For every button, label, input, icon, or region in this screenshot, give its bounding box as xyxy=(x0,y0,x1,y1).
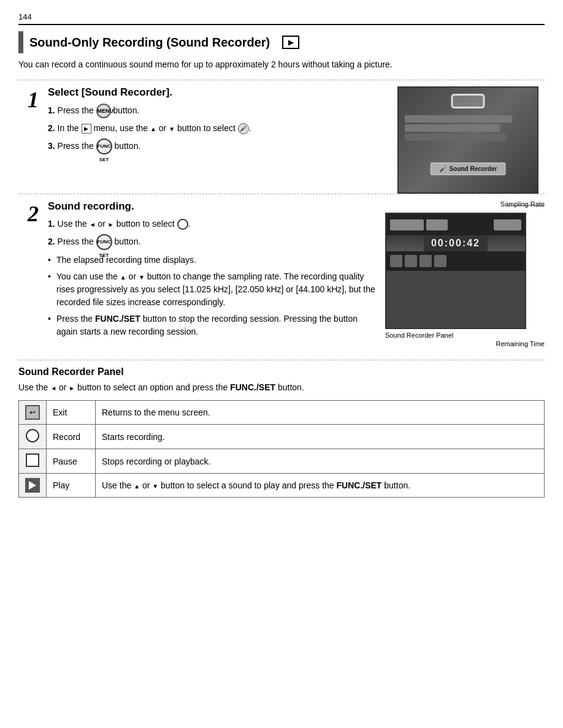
step1-title: Select [Sound Recorder]. xyxy=(48,86,391,99)
arrow-left-icon xyxy=(90,218,96,230)
panel-arrow-right xyxy=(69,381,75,394)
bullet2: You can use the or button to change the … xyxy=(48,270,379,309)
exit-label-cell: Exit xyxy=(47,401,96,425)
step2-title: Sound recording. xyxy=(48,200,379,213)
panel-item2 xyxy=(405,255,417,267)
step1-item1: 1. Press the MENU button. xyxy=(48,104,391,118)
playback-icon: ▶ xyxy=(288,38,294,47)
step1-item1-num: 1. xyxy=(48,105,55,115)
record-icon-cell xyxy=(19,425,47,449)
table-row-pause: Pause Stops recording or playback. xyxy=(19,449,545,474)
page-number: 144 xyxy=(18,12,545,25)
pause-label: Pause xyxy=(53,457,77,466)
play-icon xyxy=(25,478,40,493)
arrow-down-icon xyxy=(169,122,175,135)
exit-icon-cell: ↩ xyxy=(19,401,47,425)
func-set-icon-1: FUNC SET xyxy=(96,138,112,154)
sound-recorder-highlight: 🎤 Sound Recorder xyxy=(431,162,506,175)
screen2-time: 00:00:42 xyxy=(424,235,488,251)
step1-screen-inner: 🎤 Sound Recorder xyxy=(399,88,537,192)
sampling-rate-line xyxy=(508,205,545,206)
remaining-time-label: Remaining Time xyxy=(385,340,545,347)
record-label-cell: Record xyxy=(47,425,96,449)
section-header: Sound-Only Recording (Sound Recorder) ▶ xyxy=(18,31,545,53)
panel-intro: Use the or button to select an option an… xyxy=(18,381,545,394)
step2-item2: 2. Press the FUNC SET button. xyxy=(48,234,379,250)
playback-menu-icon: ▶ xyxy=(82,124,91,134)
exit-description-cell: Returns to the menu screen. xyxy=(96,401,545,425)
bullet2-arrow-down xyxy=(139,270,145,283)
page-container: 144 Sound-Only Recording (Sound Recorder… xyxy=(0,0,563,728)
step1-camera-screen: 🎤 Sound Recorder xyxy=(397,86,538,194)
pause-description-cell: Stops recording or playback. xyxy=(96,449,545,474)
panel-item4 xyxy=(434,255,446,267)
screen2-mid: 00:00:42 xyxy=(386,235,525,251)
circle-select-icon xyxy=(177,219,188,230)
panel-arrow-left xyxy=(50,381,56,394)
step1-image-col: 🎤 Sound Recorder xyxy=(397,86,545,194)
pause-icon xyxy=(26,453,39,467)
step1-number: 1 xyxy=(28,89,39,111)
step1-content: Select [Sound Recorder]. 1. Press the ME… xyxy=(48,86,397,194)
menu-item-bar3 xyxy=(405,134,506,141)
panel-item3 xyxy=(419,255,432,267)
mic-label-icon: 🎤 xyxy=(439,165,446,172)
menu-item-bar2 xyxy=(405,124,500,132)
menu-item-bar1 xyxy=(405,115,512,123)
step1-number-col: 1 xyxy=(18,86,48,194)
table-row-play: Play Use the or button to select a sound… xyxy=(19,474,545,498)
arrow-right-icon xyxy=(108,218,114,230)
play-label: Play xyxy=(53,480,69,490)
menu-items xyxy=(405,115,531,141)
bullet3: Press the FUNC./SET button to stop the r… xyxy=(48,313,379,338)
step2-camera-screen: 00:00:42 xyxy=(385,213,526,329)
play-desc-arrow-up xyxy=(134,480,140,490)
exit-icon: ↩ xyxy=(25,405,40,420)
panel-item1 xyxy=(390,255,402,267)
step2-item1-num: 1. xyxy=(48,219,55,229)
record-label: Record xyxy=(53,432,80,442)
step2-screen-wrapper: 00:00:42 xyxy=(385,213,545,329)
step1-container: 1 Select [Sound Recorder]. 1. Press the … xyxy=(18,80,545,194)
intro-text: You can record a continuous sound memo f… xyxy=(18,58,545,71)
mic-select-icon: 🎤 xyxy=(238,123,249,134)
screen2-top-bar xyxy=(386,214,525,235)
menu-highlight xyxy=(451,94,485,108)
sampling-rate-connector xyxy=(385,205,545,206)
menu-button-icon: MENU xyxy=(96,104,111,118)
pause-icon-cell xyxy=(19,449,47,474)
record-description-cell: Starts recording. xyxy=(96,425,545,449)
bullet1: The elapsed recording time displays. xyxy=(48,254,379,267)
step2-container: 2 Sound recording. 1. Use the or button … xyxy=(18,194,545,347)
step2-number: 2 xyxy=(28,203,39,225)
table-row-record: Record Starts recording. xyxy=(19,425,545,449)
screen2-bar3 xyxy=(494,219,521,230)
playback-icon-box: ▶ xyxy=(282,36,299,49)
step1-item3: 3. Press the FUNC SET button. xyxy=(48,138,391,154)
panel-table: ↩ Exit Returns to the menu screen. Recor… xyxy=(18,400,545,498)
pause-label-cell: Pause xyxy=(47,449,96,474)
func-set-icon-2: FUNC SET xyxy=(96,234,112,250)
step1-item2: 2. In the ▶ menu, use the or button to s… xyxy=(48,122,391,135)
bullet2-arrow-up xyxy=(120,270,126,283)
step2-bullet-list: The elapsed recording time displays. You… xyxy=(48,254,379,338)
section-title-bar: Sound-Only Recording (Sound Recorder) ▶ xyxy=(18,31,545,53)
exit-label: Exit xyxy=(53,408,67,417)
step1-item3-num: 3. xyxy=(48,141,55,151)
step2-item1: 1. Use the or button to select . xyxy=(48,218,379,230)
table-row-exit: ↩ Exit Returns to the menu screen. xyxy=(19,401,545,425)
screen2-bottom-bar xyxy=(386,251,525,271)
play-triangle xyxy=(29,481,36,490)
sound-recorder-panel-label: Sound Recorder Panel xyxy=(385,332,545,339)
play-desc-arrow-down xyxy=(152,480,158,490)
step2-image-col: Sampling Rate 00:00:42 xyxy=(385,200,545,347)
play-icon-cell xyxy=(19,474,47,498)
exit-description: Returns to the menu screen. xyxy=(102,408,210,417)
arrow-up-icon xyxy=(150,122,156,135)
section-title: Sound-Only Recording (Sound Recorder) xyxy=(29,36,270,50)
panel-section: Sound Recorder Panel Use the or button t… xyxy=(18,360,545,498)
sound-recorder-label: Sound Recorder xyxy=(450,165,497,172)
step2-number-col: 2 xyxy=(18,200,48,347)
step1-item2-num: 2. xyxy=(48,123,55,133)
title-accent xyxy=(18,31,23,53)
